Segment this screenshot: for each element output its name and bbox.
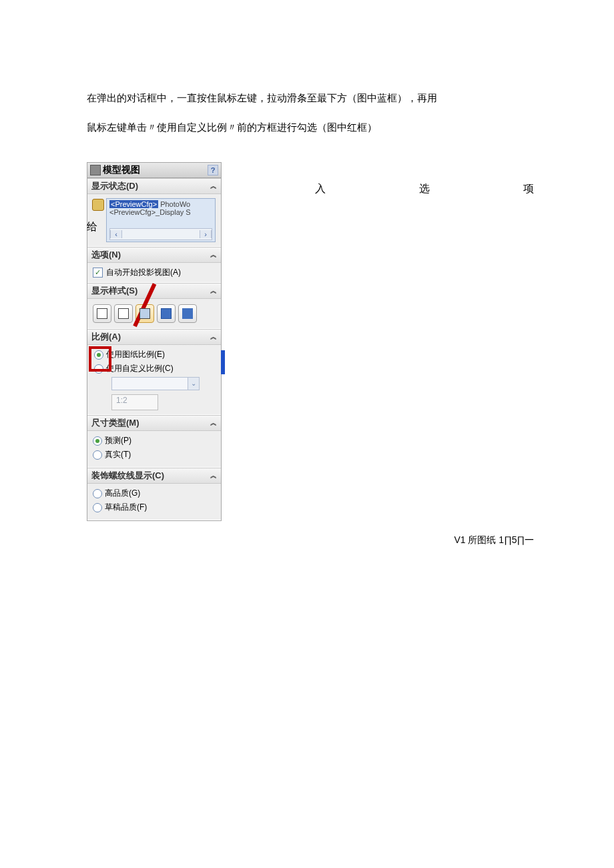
section-header-label: 显示样式(S) <box>91 285 137 297</box>
style-shaded-edges-button[interactable] <box>157 304 176 323</box>
chevron-up-icon: ︽ <box>210 471 217 480</box>
draft-quality-label: 草稿品质(F) <box>105 502 147 513</box>
display-state-listbox[interactable]: <PreviewCfg> PhotoWo <PreviewCfg>_Displa… <box>106 198 216 242</box>
chevron-up-icon: ︽ <box>210 418 217 428</box>
style-hidden-lines-button[interactable] <box>114 304 133 323</box>
projected-radio[interactable] <box>93 436 102 446</box>
true-radio[interactable] <box>93 450 102 460</box>
chevron-up-icon: ︽ <box>210 250 217 260</box>
config-line-2: <PreviewCfg>_Display S <box>109 208 212 216</box>
section-header-label: 选项(N) <box>91 249 121 261</box>
model-view-panel: 模型视图 ? 显示状态(D) ︽ <PreviewCfg> PhotoWo <box>87 162 222 521</box>
high-quality-label: 高品质(G) <box>105 488 140 499</box>
use-sheet-scale-radio[interactable] <box>94 350 103 360</box>
footer-note: V1 所图纸 1∏5∏一 <box>0 534 614 546</box>
projected-label: 预测(P) <box>105 435 131 446</box>
char-xiang: 项 <box>523 182 534 196</box>
chevron-up-icon: ︽ <box>210 286 217 296</box>
instruction-line-1: 在弹出的对话框中，一直按住鼠标左键，拉动滑条至最下方（图中蓝框），再用 <box>87 90 534 106</box>
dropdown-arrow-icon: ⌄ <box>188 378 199 390</box>
scroll-right-icon[interactable]: › <box>200 230 212 238</box>
section-header-label: 显示状态(D) <box>91 180 138 192</box>
section-header-display-style[interactable]: 显示样式(S) ︽ <box>87 284 221 299</box>
blue-highlight-bar <box>221 350 225 374</box>
char-gei: 给 <box>87 220 97 234</box>
config-line-1-tag: <PreviewCfg> <box>109 200 158 208</box>
section-header-options[interactable]: 选项(N) ︽ <box>87 248 221 263</box>
use-sheet-scale-label: 使用图纸比例(E) <box>106 349 165 360</box>
scroll-left-icon[interactable]: ‹ <box>110 230 122 238</box>
section-header-thread-display[interactable]: 装饰螺纹线显示(C) ︽ <box>87 468 221 484</box>
style-hidden-removed-button[interactable] <box>135 304 154 323</box>
chevron-up-icon: ︽ <box>210 332 217 342</box>
section-header-label: 比例(A) <box>91 331 121 343</box>
high-quality-radio[interactable] <box>93 489 102 498</box>
section-header-label: 尺寸类型(M) <box>91 417 139 429</box>
chevron-up-icon: ︽ <box>210 181 217 191</box>
char-xuan: 选 <box>419 182 430 196</box>
auto-projection-label: 自动开始投影视图(A) <box>106 267 181 278</box>
section-header-dimension-type[interactable]: 尺寸类型(M) ︽ <box>87 416 221 431</box>
config-line-1-rest: PhotoWo <box>158 200 190 208</box>
use-custom-scale-label: 使用自定义比例(C) <box>106 363 174 374</box>
panel-icon <box>90 165 101 175</box>
panel-title-text: 模型视图 <box>103 164 140 176</box>
display-style-group <box>93 303 216 324</box>
draft-quality-radio[interactable] <box>93 503 102 512</box>
config-icon <box>92 199 104 211</box>
use-custom-scale-radio[interactable] <box>94 364 103 374</box>
custom-scale-dropdown[interactable]: ⌄ <box>111 377 200 390</box>
section-header-label: 装饰螺纹线显示(C) <box>91 470 164 482</box>
char-ru: 入 <box>315 182 326 196</box>
true-label: 真实(T) <box>105 449 131 460</box>
horizontal-scrollbar[interactable]: ‹ › <box>109 228 212 240</box>
style-shaded-button[interactable] <box>178 304 197 323</box>
panel-titlebar: 模型视图 ? <box>87 163 221 178</box>
style-wireframe-button[interactable] <box>93 304 111 323</box>
instruction-line-2: 鼠标左键单击〃使用自定义比例〃前的方框进行勾选（图中红框） <box>87 119 534 135</box>
section-header-scale[interactable]: 比例(A) ︽ <box>87 330 221 345</box>
section-header-display-state[interactable]: 显示状态(D) ︽ <box>87 179 221 194</box>
auto-projection-checkbox[interactable]: ✓ <box>93 268 103 278</box>
scale-ratio-field[interactable]: 1:2 <box>111 394 158 410</box>
help-icon[interactable]: ? <box>208 165 218 175</box>
